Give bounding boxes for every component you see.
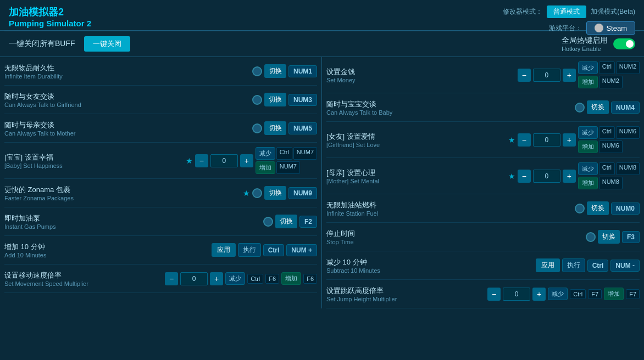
key-ctrl-f6: Ctrl	[247, 274, 263, 284]
increase-label-num8: 增加	[578, 177, 598, 189]
hotkey-toggle[interactable]	[613, 38, 635, 49]
switch-btn-num9[interactable]: 切换	[264, 186, 286, 200]
toggle-talk-mother[interactable]	[252, 123, 262, 133]
close-all-button[interactable]: 一键关闭	[84, 36, 130, 52]
toggle-talk-baby[interactable]	[575, 103, 585, 113]
plus-mother-mental[interactable]: +	[563, 170, 576, 183]
reduce-label-num6: 减少	[578, 126, 598, 139]
feature-name-en: [Girlfriend] Set Love	[326, 142, 508, 148]
exec-label-sub10: 执行	[562, 258, 585, 272]
feature-name-en: [Mother] Set Mental	[326, 178, 508, 184]
feature-set-money: 设置金钱 Set Money − + 减少 Ctrl NUM2 增加	[326, 57, 640, 93]
minus-baby-happiness[interactable]: −	[195, 154, 208, 167]
val-move-speed[interactable]	[180, 272, 208, 285]
star-zonama: ★	[243, 189, 250, 198]
toggle-infinite-fuel[interactable]	[575, 204, 585, 213]
exec-label-add10: 执行	[238, 243, 261, 257]
feature-subtract-10min: 减少 10 分钟 Subtract 10 Minutes 应用 执行 Ctrl …	[326, 251, 640, 280]
feature-instant-pump: 即时加油泵 Instant Gas Pumps 切换 F2	[4, 207, 317, 236]
toggle-all-label: 一键关闭所有BUFF	[9, 39, 75, 49]
val-baby-happiness[interactable]	[210, 154, 238, 167]
key-num8-increase: NUM8	[599, 177, 623, 189]
switch-btn-num3[interactable]: 切换	[264, 93, 286, 106]
switch-btn-num0[interactable]: 切换	[587, 201, 609, 215]
steam-button[interactable]: Steam	[586, 21, 635, 35]
key-num2-reduce: NUM2	[616, 61, 640, 74]
feature-zonama-packages: 更快的 Zonama 包裹 Faster Zonama Packages ★ 切…	[4, 179, 317, 207]
key-f7-increase: F7	[626, 289, 640, 299]
feature-name-cn: 设置跳跃高度倍率	[326, 286, 487, 296]
increase-label-num2: 增加	[578, 76, 598, 88]
minus-mother-mental[interactable]: −	[518, 170, 531, 183]
feature-name-cn: [母亲] 设置心理	[326, 168, 508, 178]
key-num5: NUM5	[288, 122, 317, 134]
key-num8-reduce: NUM8	[616, 162, 640, 175]
feature-name-en: Can Always Talk to Baby	[326, 109, 575, 116]
switch-btn-num1[interactable]: 切换	[264, 64, 286, 78]
apply-btn-add10[interactable]: 应用	[212, 243, 236, 257]
val-mother-mental[interactable]	[533, 170, 560, 183]
feature-mother-mental: [母亲] 设置心理 [Mother] Set Mental ★ − + 减少 C…	[326, 158, 640, 194]
platform-label: 游戏平台：	[549, 24, 582, 33]
minus-gf-love[interactable]: −	[518, 133, 531, 147]
plus-move-speed[interactable]: +	[210, 272, 223, 285]
key-ctrl-num2: Ctrl	[599, 61, 615, 74]
switch-btn-num4[interactable]: 切换	[587, 100, 609, 114]
key-num7-increase: NUM7	[276, 161, 300, 174]
plus-gf-love[interactable]: +	[563, 133, 576, 147]
feature-name-cn: 无限加油站燃料	[326, 200, 575, 210]
feature-name-cn: [宝宝] 设置幸福	[4, 153, 186, 162]
feature-name-en: Subtract 10 Minutes	[326, 267, 536, 274]
switch-btn-f2[interactable]: 切换	[275, 215, 297, 228]
feature-move-speed: 设置移动速度倍率 Set Movement Speed Multiplier −…	[4, 265, 317, 293]
switch-btn-f3[interactable]: 切换	[598, 230, 620, 244]
increase-label-num7: 增加	[256, 161, 275, 174]
toggle-zonama[interactable]	[252, 188, 262, 198]
minus-money[interactable]: −	[518, 69, 531, 82]
toggle-talk-girlfriend[interactable]	[252, 95, 262, 105]
star-mother-mental: ★	[508, 172, 515, 181]
normal-mode-button[interactable]: 普通模式	[547, 5, 586, 18]
reduce-label-num2: 减少	[578, 61, 598, 74]
key-f3: F3	[622, 231, 640, 243]
feature-name-en: Infinite Station Fuel	[326, 210, 575, 217]
switch-btn-num5[interactable]: 切换	[264, 121, 286, 135]
feature-name-cn: 减少 10 分钟	[326, 257, 536, 267]
feature-talk-mother: 随时与母亲交谈 Can Always Talk to Mother 切换 NUM…	[4, 114, 317, 143]
increase-label-f7: 增加	[604, 288, 624, 300]
feature-name-cn: 增加 10 分钟	[4, 242, 212, 252]
key-f6-increase: F6	[303, 274, 317, 284]
plus-baby-happiness[interactable]: +	[240, 154, 253, 167]
key-num7-reduce: NUM7	[293, 147, 317, 160]
feature-name-en: Set Movement Speed Multiplier	[4, 280, 165, 287]
enhanced-mode-button[interactable]: 加强模式(Beta)	[591, 7, 635, 16]
feature-name-cn: 设置金钱	[326, 67, 518, 77]
key-num0: NUM0	[611, 203, 640, 215]
feature-name-en: Add 10 Minutes	[4, 252, 212, 258]
apply-btn-sub10[interactable]: 应用	[536, 258, 560, 272]
minus-jump-height[interactable]: −	[487, 288, 501, 301]
key-f2: F2	[299, 216, 317, 228]
minus-move-speed[interactable]: −	[165, 272, 178, 285]
increase-label-num6: 增加	[578, 140, 598, 153]
key-num1: NUM1	[288, 65, 317, 77]
toggle-infinite-durability[interactable]	[252, 66, 262, 76]
feature-name-en: Infinite Item Durability	[4, 73, 252, 80]
val-money[interactable]	[533, 69, 560, 82]
feature-name-cn: 随时与宝宝交谈	[326, 99, 575, 109]
feature-baby-happiness: [宝宝] 设置幸福 [Baby] Set Happiness ★ − + 减少 …	[4, 143, 317, 179]
plus-jump-height[interactable]: +	[532, 288, 546, 301]
val-jump-height[interactable]	[503, 288, 530, 301]
plus-money[interactable]: +	[563, 69, 576, 82]
toggle-stop-time[interactable]	[586, 232, 596, 242]
star-baby-happiness: ★	[186, 156, 193, 165]
increase-label-f6: 增加	[281, 272, 301, 285]
val-gf-love[interactable]	[533, 133, 560, 147]
feature-name-cn: 随时与女友交谈	[4, 92, 252, 102]
key-ctrl-numplus: Ctrl	[263, 244, 285, 256]
toggle-instant-pump[interactable]	[263, 217, 273, 227]
key-ctrl-num7: Ctrl	[276, 147, 292, 160]
key-num3: NUM3	[288, 94, 317, 106]
feature-talk-girlfriend: 随时与女友交谈 Can Always Talk to Girlfriend 切换…	[4, 86, 317, 114]
feature-name-en: Set Jump Height Multiplier	[326, 296, 487, 302]
